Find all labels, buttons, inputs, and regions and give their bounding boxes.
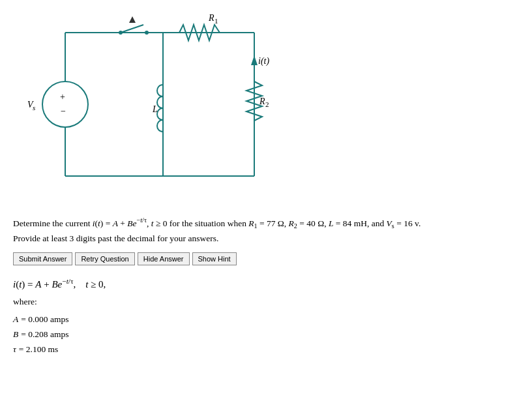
svg-line-12	[121, 25, 143, 33]
svg-text:+: +	[60, 92, 65, 102]
A-value-row: A = 0.000 amps	[13, 312, 519, 327]
hide-answer-button[interactable]: Hide Answer	[138, 252, 190, 265]
svg-text:1: 1	[214, 17, 218, 25]
tau-value-row: τ = 2.100 ms	[13, 342, 519, 357]
main-container: .circuit-line { stroke: #1a7a7a; stroke-…	[0, 0, 532, 364]
variable-list: A = 0.000 amps B = 0.208 amps τ = 2.100 …	[13, 312, 519, 357]
show-hint-button[interactable]: Show Hint	[192, 252, 237, 265]
svg-text:2: 2	[265, 100, 269, 108]
svg-text:s: s	[33, 104, 35, 111]
problem-line2: Provide at least 3 digits past the decim…	[13, 231, 519, 246]
B-value-row: B = 0.208 amps	[13, 327, 519, 342]
circuit-svg: .circuit-line { stroke: #1a7a7a; stroke-…	[13, 7, 532, 209]
retry-question-button[interactable]: Retry Question	[75, 252, 134, 265]
A-value: = 0.000 amps	[21, 312, 68, 327]
svg-point-5	[42, 82, 88, 127]
buttons-row: Submit Answer Retry Question Hide Answer…	[13, 252, 519, 265]
svg-marker-15	[129, 16, 136, 23]
problem-line1: Determine the current i(t) = A + Be−t/τ,…	[13, 215, 519, 231]
submit-answer-button[interactable]: Submit Answer	[13, 252, 72, 265]
svg-marker-26	[251, 55, 258, 65]
svg-text:i(t): i(t)	[258, 56, 269, 67]
B-label: B	[13, 327, 18, 342]
tau-label: τ	[13, 342, 16, 357]
svg-text:R: R	[208, 13, 214, 23]
B-value: = 0.208 amps	[21, 327, 68, 342]
A-label: A	[13, 312, 18, 327]
answer-section: i(t) = A + Be−t/τ, t ≥ 0, where: A = 0.0…	[13, 277, 519, 357]
svg-text:−: −	[61, 106, 66, 116]
circuit-diagram: .circuit-line { stroke: #1a7a7a; stroke-…	[13, 7, 519, 209]
tau-value: = 2.100 ms	[19, 342, 59, 357]
problem-statement: Determine the current i(t) = A + Be−t/τ,…	[13, 215, 519, 246]
svg-text:R: R	[259, 97, 265, 106]
svg-text:L: L	[152, 104, 158, 114]
answer-formula: i(t) = A + Be−t/τ, t ≥ 0,	[13, 277, 519, 290]
where-label: where:	[13, 297, 519, 307]
